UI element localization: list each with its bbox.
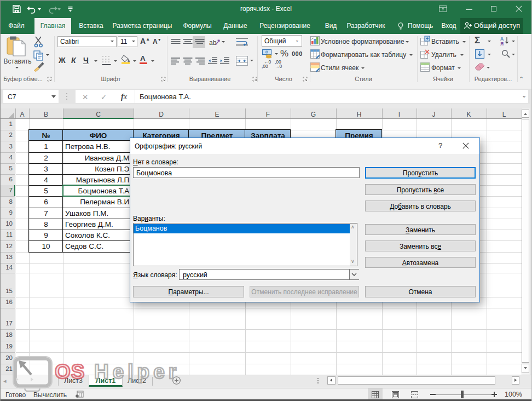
svg-text:Я: Я xyxy=(500,41,504,47)
svg-text:→0: →0 xyxy=(275,64,282,69)
svg-text:ab: ab xyxy=(209,39,217,47)
svg-text:,00: ,00 xyxy=(262,64,268,69)
